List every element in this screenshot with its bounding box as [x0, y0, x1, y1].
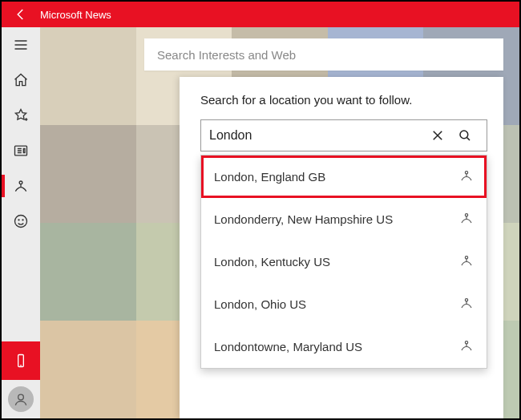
app-body: Search for a location you want to follow…	[2, 27, 519, 418]
sidebar-item-home[interactable]	[2, 63, 40, 98]
avatar	[8, 386, 34, 412]
global-search-bar[interactable]	[144, 38, 503, 71]
location-suggestions: London, England GB Londonderry, New Hamp…	[200, 155, 487, 369]
sidebar-item-menu[interactable]	[2, 27, 40, 63]
phone-icon	[13, 353, 29, 369]
svg-point-2	[15, 216, 27, 228]
location-search-box[interactable]	[200, 119, 487, 151]
svg-point-6	[18, 394, 24, 400]
suggestion-label: Londontowne, Maryland US	[214, 340, 362, 353]
svg-point-10	[465, 256, 467, 259]
location-panel: Search for a location you want to follow…	[180, 77, 503, 418]
svg-point-8	[465, 172, 467, 174]
location-suggestion[interactable]: Londonderry, New Hampshire US	[201, 198, 487, 240]
location-suggestion[interactable]: London, Ohio US	[201, 283, 487, 325]
search-icon	[458, 128, 472, 143]
main-area: Search for a location you want to follow…	[40, 27, 519, 418]
svg-point-12	[465, 341, 467, 344]
clear-button[interactable]	[424, 128, 451, 143]
back-button[interactable]	[2, 2, 40, 27]
titlebar: Microsoft News	[2, 2, 519, 27]
map-pin-icon	[459, 338, 474, 355]
map-pin-icon	[459, 211, 474, 228]
smiley-icon	[13, 213, 29, 229]
app-title: Microsoft News	[40, 9, 111, 21]
svg-point-4	[22, 220, 23, 220]
suggestion-label: London, Kentucky US	[214, 255, 330, 269]
sidebar-item-interests[interactable]	[2, 98, 40, 133]
svg-point-1	[19, 181, 22, 184]
sidebar-item-feedback[interactable]	[2, 204, 40, 239]
map-pin-icon	[459, 168, 474, 185]
suggestion-label: London, Ohio US	[214, 297, 306, 311]
svg-point-9	[465, 214, 467, 216]
sidebar	[2, 27, 40, 418]
app-window: Microsoft News	[0, 0, 521, 420]
location-suggestion[interactable]: Londontowne, Maryland US	[201, 325, 487, 368]
sidebar-item-devices[interactable]	[2, 341, 40, 380]
suggestion-label: Londonderry, New Hampshire US	[214, 212, 393, 226]
person-icon	[13, 391, 29, 407]
location-suggestion[interactable]: London, Kentucky US	[201, 240, 487, 283]
svg-point-7	[460, 131, 468, 139]
sidebar-item-news[interactable]	[2, 133, 40, 168]
search-button[interactable]	[451, 128, 479, 143]
sidebar-item-local[interactable]	[2, 168, 40, 204]
svg-point-3	[18, 220, 19, 220]
location-search-input[interactable]	[209, 128, 424, 143]
svg-point-11	[465, 299, 467, 301]
home-icon	[13, 72, 29, 88]
sidebar-item-account[interactable]	[2, 380, 40, 418]
map-pin-icon	[459, 253, 474, 270]
arrow-left-icon	[14, 7, 28, 22]
location-search-wrap: London, England GB Londonderry, New Hamp…	[200, 119, 487, 151]
global-search-input[interactable]	[157, 48, 491, 62]
location-suggestion[interactable]: London, England GB	[201, 155, 487, 198]
newspaper-icon	[13, 143, 29, 159]
map-pin-icon	[13, 178, 29, 194]
star-plus-icon	[13, 107, 29, 123]
close-icon	[430, 128, 445, 143]
location-panel-heading: Search for a location you want to follow…	[200, 93, 487, 107]
suggestion-label: London, England GB	[214, 170, 325, 184]
map-pin-icon	[459, 296, 474, 313]
hamburger-icon	[13, 37, 29, 53]
